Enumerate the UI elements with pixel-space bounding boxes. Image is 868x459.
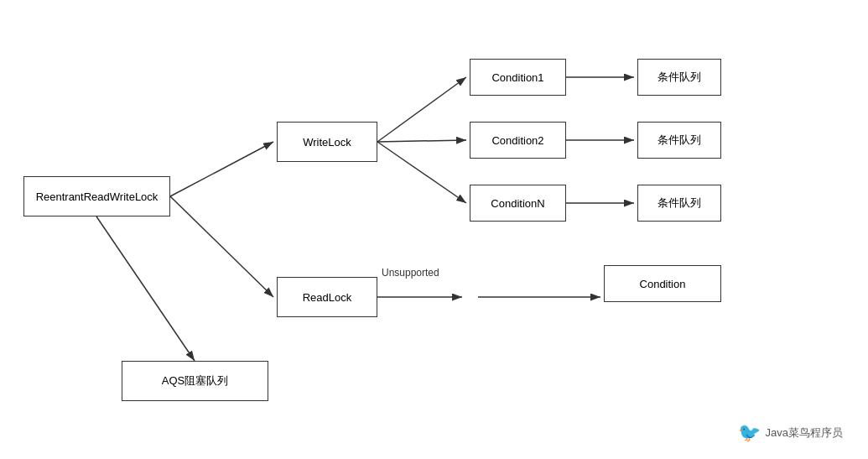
bird-icon: 🐦 bbox=[738, 422, 761, 444]
node-queue1: 条件队列 bbox=[637, 59, 721, 96]
diagram-container: ReentrantReadWriteLock WriteLock ReadLoc… bbox=[0, 0, 868, 459]
node-reentrant: ReentrantReadWriteLock bbox=[23, 176, 170, 216]
unsupported-label: Unsupported bbox=[382, 267, 439, 279]
node-readlock: ReadLock bbox=[277, 277, 377, 317]
svg-line-5 bbox=[377, 140, 466, 142]
svg-line-4 bbox=[377, 77, 466, 142]
node-queue2: 条件队列 bbox=[637, 122, 721, 159]
svg-line-2 bbox=[170, 196, 273, 297]
watermark-text: Java菜鸟程序员 bbox=[766, 425, 843, 441]
svg-line-6 bbox=[377, 142, 466, 203]
node-aqs: AQS阻塞队列 bbox=[122, 361, 268, 401]
watermark: 🐦 Java菜鸟程序员 bbox=[738, 422, 843, 444]
node-condition1: Condition1 bbox=[470, 59, 566, 96]
node-condition2: Condition2 bbox=[470, 122, 566, 159]
node-conditionN: ConditionN bbox=[470, 185, 566, 222]
svg-line-1 bbox=[170, 142, 273, 196]
svg-line-3 bbox=[96, 216, 195, 361]
node-queueN: 条件队列 bbox=[637, 185, 721, 222]
node-writelock: WriteLock bbox=[277, 122, 377, 162]
node-condition: Condition bbox=[604, 265, 721, 302]
